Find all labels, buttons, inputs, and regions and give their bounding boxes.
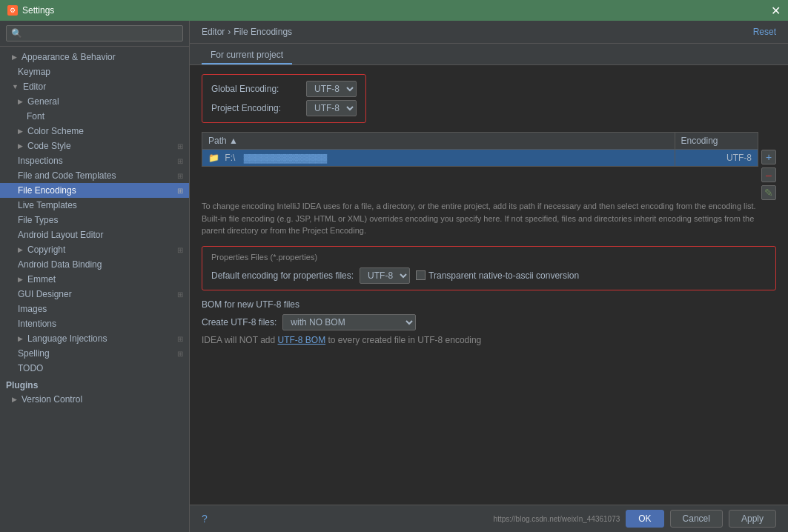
project-encoding-select[interactable]: UTF-8 <box>306 100 357 116</box>
sidebar-item-android-layout[interactable]: Android Layout Editor <box>0 227 189 242</box>
sidebar-plugins-title: Plugins <box>0 376 189 392</box>
table-buttons: + – ✎ <box>761 132 776 200</box>
breadcrumb: Editor › File Encodings <box>202 27 292 37</box>
reset-button[interactable]: Reset <box>753 27 776 37</box>
sidebar-item-emmet[interactable]: ▶ Emmet <box>0 272 189 287</box>
ok-button[interactable]: OK <box>626 510 663 528</box>
bom-link[interactable]: UTF-8 BOM <box>277 335 325 345</box>
settings-icon4: ⊞ <box>177 187 183 195</box>
expand-icon: ▶ <box>12 396 17 403</box>
sidebar-item-file-encodings[interactable]: File Encodings ⊞ <box>0 183 189 198</box>
footer-url: https://blog.csdn.net/weixIn_44361073 <box>494 515 620 523</box>
content-header: Editor › File Encodings Reset <box>190 21 788 44</box>
edit-row-button[interactable]: ✎ <box>761 185 776 200</box>
table-row[interactable]: 📁 F:\ ▓▓▓▓▓▓▓▓▓▓▓▓▓▓ UTF-8 <box>202 150 758 167</box>
encoding-cell: UTF-8 <box>675 150 758 167</box>
content-area: Editor › File Encodings Reset For curren… <box>190 21 788 532</box>
sidebar-item-version-control[interactable]: ▶ Version Control <box>0 392 189 407</box>
sidebar-item-images[interactable]: Images <box>0 302 189 316</box>
expand-icon: ▶ <box>12 53 17 61</box>
title-bar: ⚙ Settings ✕ <box>0 0 788 21</box>
transparent-checkbox-wrap: Transparent native-to-ascii conversion <box>416 270 579 281</box>
sidebar-item-android-data[interactable]: Android Data Binding <box>0 257 189 272</box>
default-encoding-label: Default encoding for properties files: <box>211 270 354 281</box>
expand-icon: ▶ <box>18 98 23 105</box>
sidebar-item-keymap[interactable]: Keymap <box>0 64 189 79</box>
breadcrumb-editor: Editor <box>202 27 225 37</box>
sidebar-item-language-injections[interactable]: ▶ Language Injections ⊞ <box>0 331 189 346</box>
expand-icon: ▼ <box>12 83 19 90</box>
sidebar-item-general[interactable]: ▶ General <box>0 94 189 109</box>
search-box <box>0 21 189 47</box>
table-container: Path ▲ Encoding 📁 F:\ ▓▓▓▓▓▓▓▓▓▓▓▓▓▓ <box>202 132 758 200</box>
sidebar-item-intentions[interactable]: Intentions <box>0 316 189 331</box>
sidebar-item-appearance[interactable]: ▶ Appearance & Behavior <box>0 50 189 64</box>
footer: ? https://blog.csdn.net/weixIn_44361073 … <box>190 505 788 532</box>
content-body: Global Encoding: UTF-8 Project Encoding:… <box>190 65 788 505</box>
expand-icon: ▶ <box>18 335 23 342</box>
search-input[interactable] <box>6 25 183 41</box>
window-title: Settings <box>22 5 54 16</box>
path-column-header[interactable]: Path ▲ <box>202 133 675 150</box>
path-value: F:\ <box>225 153 235 163</box>
breadcrumb-file-encodings: File Encodings <box>234 27 292 37</box>
encoding-column-header[interactable]: Encoding <box>675 133 758 150</box>
project-encoding-row: Project Encoding: UTF-8 <box>211 100 357 116</box>
expand-icon: ▶ <box>18 246 23 253</box>
sidebar: ▶ Appearance & Behavior Keymap ▼ Editor … <box>0 21 190 532</box>
settings-icon7: ⊞ <box>177 335 183 343</box>
info-text: To change encoding IntelliJ IDEA uses fo… <box>202 200 776 237</box>
add-row-button[interactable]: + <box>761 150 776 164</box>
encoding-section: Global Encoding: UTF-8 Project Encoding:… <box>202 74 366 123</box>
path-encoding-table: Path ▲ Encoding 📁 F:\ ▓▓▓▓▓▓▓▓▓▓▓▓▓▓ <box>202 132 758 167</box>
transparent-checkbox[interactable] <box>416 270 426 280</box>
sidebar-item-file-types[interactable]: File Types <box>0 213 189 227</box>
bom-title: BOM for new UTF-8 files <box>202 299 776 310</box>
properties-encoding-select[interactable]: UTF-8 <box>360 267 410 284</box>
settings-icon8: ⊞ <box>177 350 183 358</box>
properties-section: Properties Files (*.properties) Default … <box>202 246 776 290</box>
remove-row-button[interactable]: – <box>761 167 776 182</box>
settings-icon: ⊞ <box>177 142 183 150</box>
folder-icon: 📁 <box>208 153 219 163</box>
sidebar-item-font[interactable]: Font <box>0 109 189 124</box>
settings-icon5: ⊞ <box>177 246 183 254</box>
bom-info-text1: IDEA will NOT add <box>202 335 277 345</box>
project-encoding-label: Project Encoding: <box>211 103 300 113</box>
breadcrumb-sep: › <box>228 27 231 37</box>
footer-right: https://blog.csdn.net/weixIn_44361073 OK… <box>494 510 776 528</box>
sidebar-item-live-templates[interactable]: Live Templates <box>0 198 189 213</box>
apply-button[interactable]: Apply <box>729 510 776 528</box>
title-bar-left: ⚙ Settings <box>7 5 54 16</box>
bom-select[interactable]: with NO BOM <box>282 314 416 330</box>
tab-for-current-project[interactable]: For current project <box>202 47 292 64</box>
path-tag: ▓▓▓▓▓▓▓▓▓▓▓▓▓▓ <box>241 153 330 163</box>
sidebar-item-color-scheme[interactable]: ▶ Color Scheme <box>0 124 189 139</box>
close-button[interactable]: ✕ <box>771 4 781 18</box>
app-icon: ⚙ <box>7 5 18 16</box>
tab-bar: For current project <box>190 44 788 65</box>
table-wrapper: Path ▲ Encoding 📁 F:\ ▓▓▓▓▓▓▓▓▓▓▓▓▓▓ <box>202 132 776 200</box>
sidebar-item-spelling[interactable]: Spelling ⊞ <box>0 346 189 361</box>
expand-icon: ▶ <box>18 127 23 135</box>
global-encoding-select[interactable]: UTF-8 <box>306 81 357 97</box>
properties-section-label: Properties Files (*.properties) <box>211 253 767 262</box>
bom-info-text2: to every created file in UTF-8 encoding <box>325 335 481 345</box>
help-button[interactable]: ? <box>202 513 208 525</box>
sidebar-item-file-code-templates[interactable]: File and Code Templates ⊞ <box>0 168 189 183</box>
main-layout: ▶ Appearance & Behavior Keymap ▼ Editor … <box>0 21 788 532</box>
sidebar-item-code-style[interactable]: ▶ Code Style ⊞ <box>0 139 189 153</box>
settings-icon6: ⊞ <box>177 290 183 299</box>
properties-row: Default encoding for properties files: U… <box>211 267 767 284</box>
sidebar-item-inspections[interactable]: Inspections ⊞ <box>0 153 189 168</box>
sidebar-item-todo[interactable]: TODO <box>0 361 189 376</box>
bom-info: IDEA will NOT add UTF-8 BOM to every cre… <box>202 335 776 345</box>
settings-icon3: ⊞ <box>177 172 183 180</box>
expand-icon: ▶ <box>18 142 23 150</box>
sidebar-item-copyright[interactable]: ▶ Copyright ⊞ <box>0 242 189 257</box>
global-encoding-row: Global Encoding: UTF-8 <box>211 81 357 97</box>
cancel-button[interactable]: Cancel <box>670 510 723 528</box>
sidebar-nav: ▶ Appearance & Behavior Keymap ▼ Editor … <box>0 47 189 410</box>
sidebar-item-editor[interactable]: ▼ Editor <box>0 79 189 94</box>
sidebar-item-gui-designer[interactable]: GUI Designer ⊞ <box>0 287 189 302</box>
